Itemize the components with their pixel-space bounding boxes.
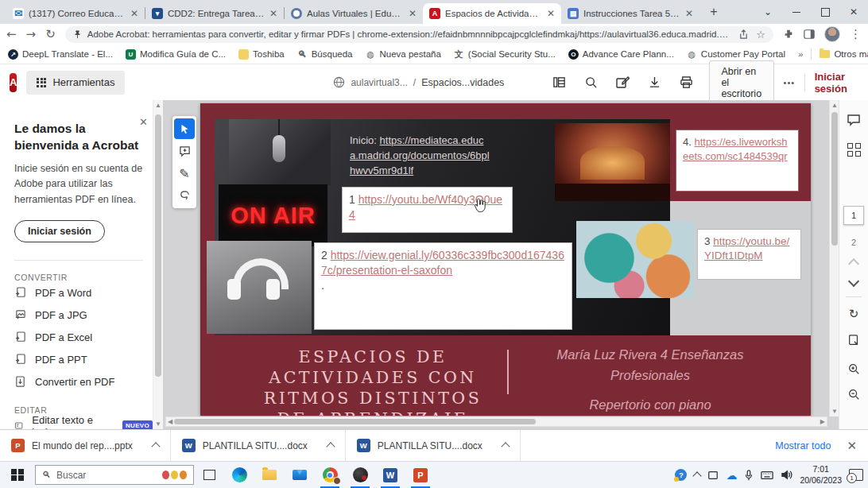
youtube-link-3[interactable]: https://youtu.be/YIDft1IDtpM <box>704 235 789 261</box>
download-icon[interactable] <box>641 71 668 95</box>
next-page-chevron-icon[interactable] <box>848 276 859 287</box>
tablet-icon[interactable] <box>707 470 719 481</box>
print-icon[interactable] <box>672 71 699 95</box>
bookmark-deepl[interactable]: ↗DeepL Translate - El... <box>8 49 113 60</box>
page-thumbnails-icon[interactable] <box>545 71 572 95</box>
zoom-in-icon[interactable] <box>847 362 860 378</box>
thumbnails-grid-icon[interactable] <box>847 143 861 157</box>
pdf-to-jpg-item[interactable]: PDF a JPG <box>14 304 153 327</box>
tab-close-icon[interactable]: ✕ <box>547 8 555 19</box>
bookmark-star-icon[interactable]: ☆ <box>756 29 765 41</box>
tab-cdd2[interactable]: ▾ CDD2: Entrega Tarea Práctica ✕ <box>145 3 284 24</box>
address-bar[interactable]: Adobe Acrobat: herramientas para convert… <box>65 26 773 43</box>
tab-close-icon[interactable]: ✕ <box>685 8 693 19</box>
notification-center-icon[interactable]: 1 <box>849 469 863 481</box>
download-options-chevron-icon[interactable] <box>501 442 510 451</box>
forward-icon[interactable]: → <box>26 27 37 41</box>
bookmark-busqueda[interactable]: 🔍︎Búsqueda <box>297 49 353 60</box>
task-view-button[interactable] <box>194 462 224 488</box>
bookmark-advance-care[interactable]: OAdvance Care Plann... <box>568 49 674 60</box>
scroll-down-arrow[interactable]: ▼ <box>831 408 838 415</box>
scroll-right-arrow[interactable]: ▶ <box>820 418 825 425</box>
comments-icon[interactable] <box>847 113 861 130</box>
media-app-taskbar-icon[interactable] <box>345 462 375 488</box>
download-item-docx-1[interactable]: W PLANTILLA SITU....docx <box>171 430 345 461</box>
mail-taskbar-icon[interactable] <box>285 462 315 488</box>
edge-taskbar-icon[interactable] <box>224 462 254 488</box>
sign-in-button[interactable]: Iniciar sesión <box>14 220 105 242</box>
zoom-out-icon[interactable] <box>847 388 860 404</box>
export-page-icon[interactable] <box>847 334 860 350</box>
share-icon[interactable] <box>738 29 749 40</box>
liveworksheets-link[interactable]: https://es.liveworksheets.com/sc1484539q… <box>683 136 788 162</box>
tab-correo[interactable]: ✉ (1317) Correo EducaMadrid ✕ <box>6 3 145 24</box>
bookmark-social-security[interactable]: 文(Social Security Stu... <box>454 49 556 60</box>
scrollbar-thumb[interactable] <box>174 419 536 424</box>
open-in-desktop-button[interactable]: Abrir en el escritorio <box>709 60 773 105</box>
vertical-scrollbar[interactable]: ▲ ▼ <box>829 100 839 416</box>
bookmark-modifica[interactable]: UModifica Guía de C... <box>126 49 226 60</box>
bookmark-customer-pay[interactable]: ◍Customer Pay Portal <box>687 49 785 60</box>
scroll-left-arrow[interactable]: ◀ <box>168 418 172 425</box>
menu-kebab-icon[interactable]: ⋮ <box>850 27 862 41</box>
taskbar-clock[interactable]: 7:01 20/06/2023 <box>800 464 842 486</box>
close-button[interactable]: ✕ <box>839 0 868 24</box>
panel-close-icon[interactable]: ✕ <box>139 116 148 128</box>
tab-espacios-pdf-active[interactable]: A Espacios de Actividades.pdf ✕ <box>423 3 561 24</box>
pencil-tool-button[interactable]: ✎ <box>174 163 195 184</box>
speaker-icon[interactable] <box>781 470 792 480</box>
profile-avatar[interactable] <box>824 26 840 42</box>
acrobat-app-icon[interactable]: A <box>10 73 17 92</box>
scroll-up-arrow[interactable]: ▲ <box>155 102 161 109</box>
tab-aulas[interactable]: Aulas Virtuales | EducaMadri ✕ <box>285 3 423 24</box>
scrollbar-thumb[interactable] <box>155 114 161 377</box>
panel-scrollbar[interactable]: ▲ ▼ <box>153 100 163 429</box>
show-all-downloads-button[interactable]: Mostrar todo <box>775 440 831 451</box>
fill-sign-icon[interactable] <box>609 71 636 95</box>
convert-to-pdf-item[interactable]: Convertir en PDF <box>14 371 153 393</box>
chrome-taskbar-icon[interactable] <box>315 462 345 488</box>
tab-search-chevron-icon[interactable]: ⌄ <box>754 0 782 24</box>
scroll-up-arrow[interactable]: ▲ <box>831 102 838 109</box>
word-taskbar-icon[interactable]: W <box>375 462 405 488</box>
keyboard-icon[interactable] <box>761 471 773 480</box>
add-comment-tool-button[interactable] <box>174 141 195 161</box>
scrollbar-thumb[interactable] <box>831 112 838 246</box>
pdf-to-excel-item[interactable]: PDF a Excel <box>14 327 153 349</box>
download-options-chevron-icon[interactable] <box>151 442 160 451</box>
tray-expand-chevron-icon[interactable] <box>693 471 702 480</box>
bookmark-nueva-pestana[interactable]: ◍Nueva pestaña <box>365 49 440 60</box>
side-panel-icon[interactable] <box>804 29 815 40</box>
download-item-docx-2[interactable]: W PLANTILLA SITU....docx <box>346 430 520 461</box>
scroll-down-arrow[interactable]: ▼ <box>155 420 161 428</box>
lasso-tool-button[interactable] <box>174 185 195 206</box>
horizontal-scrollbar[interactable]: ◀ ▶ <box>165 416 827 427</box>
pdf-to-ppt-item[interactable]: PDF a PPT <box>14 349 153 371</box>
extensions-puzzle-icon[interactable] <box>783 29 794 40</box>
taskbar-search-box[interactable]: 🔍︎ Buscar <box>35 465 194 485</box>
microphone-tray-icon[interactable] <box>744 470 754 481</box>
minimize-button[interactable] <box>782 0 811 24</box>
tab-close-icon[interactable]: ✕ <box>130 8 138 19</box>
tools-button[interactable]: Herramientas <box>26 71 125 95</box>
new-tab-button[interactable]: + <box>704 2 723 21</box>
more-options-icon[interactable]: ••• <box>784 78 796 87</box>
bookmarks-overflow-chevron[interactable]: » <box>798 49 803 59</box>
download-item-pptx[interactable]: P El mundo del rep....pptx <box>0 430 170 461</box>
maximize-button[interactable] <box>811 0 839 24</box>
search-icon[interactable] <box>577 71 604 95</box>
pdf-to-word-item[interactable]: PDF a Word <box>14 282 153 304</box>
download-options-chevron-icon[interactable] <box>326 442 335 451</box>
next-page-number[interactable]: 2 <box>851 238 856 247</box>
rotate-page-icon[interactable]: ↻ <box>849 307 859 321</box>
tab-instrucciones[interactable]: ▤ Instrucciones Tarea 5 | Media ✕ <box>561 3 699 24</box>
back-icon[interactable]: ← <box>6 27 17 41</box>
current-page-field[interactable]: 1 <box>843 206 864 225</box>
reload-icon[interactable]: ↻ <box>45 27 56 41</box>
other-bookmarks[interactable]: Otros marcadores <box>820 49 868 59</box>
genially-link[interactable]: https://view.genial.ly/60336c339fbc300d1… <box>321 249 564 277</box>
file-explorer-taskbar-icon[interactable] <box>254 462 285 488</box>
tab-close-icon[interactable]: ✕ <box>409 8 417 19</box>
bookmark-toshiba[interactable]: Toshiba <box>238 49 285 60</box>
breadcrumb-site[interactable]: aulavirtual3... <box>351 77 407 88</box>
